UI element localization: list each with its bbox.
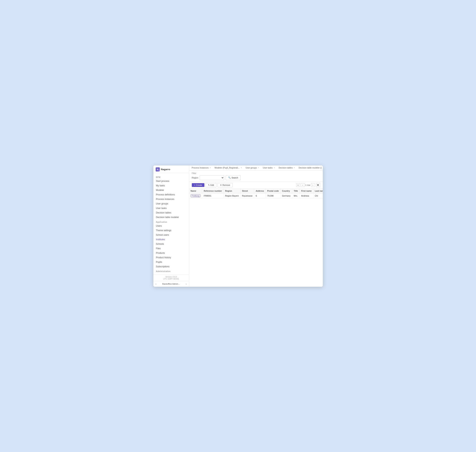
sidebar-item-user-groups[interactable]: User groups: [153, 201, 189, 206]
backoffice-label: Backoffice Admin...: [157, 283, 185, 285]
sidebar-logo: N Nagarro: [153, 166, 189, 173]
administration-section-label: Administration: [153, 269, 189, 273]
cell-street: Raustrasse: [240, 193, 254, 198]
sidebar-item-process-instances[interactable]: Process instances: [153, 197, 189, 201]
sidebar-item-decision-table-modeler[interactable]: Decision table modeler: [153, 215, 189, 219]
sidebar-item-users[interactable]: Users: [153, 224, 189, 228]
sidebar-item-my-tasks[interactable]: My tasks: [153, 183, 189, 188]
region-label: Region: [192, 177, 198, 179]
name-link[interactable]: Freiburg: [191, 194, 201, 197]
col-last-name: Last name: [313, 189, 323, 193]
cell-country: Germany: [280, 193, 292, 198]
sidebar-bottom-bar: ‹ Backoffice Admin... ›: [153, 281, 189, 287]
filter-row: Region 🔍 Search: [192, 175, 320, 180]
main-content: Process Instances × Modeler (Pupil_Regis…: [189, 166, 323, 287]
cell-name: Freiburg: [189, 193, 202, 198]
col-street: Street: [240, 189, 254, 193]
first-page-button[interactable]: «: [296, 183, 300, 187]
remove-label: Remove: [223, 184, 230, 186]
edit-button[interactable]: ✎ Edit: [205, 183, 217, 187]
sidebar-item-files[interactable]: Files: [153, 246, 189, 251]
pagination-info: « ‹ 1 row ›: [296, 183, 315, 187]
tab-label: Modeler (Pupil_Registrati...: [215, 166, 240, 169]
tab-decision-table-modeler[interactable]: Decision table modeler () ×: [297, 166, 323, 170]
sidebar-item-product-history[interactable]: Product history: [153, 255, 189, 260]
cell-region: Region Bayern: [224, 193, 241, 198]
page-info-text: 1 row: [305, 184, 310, 186]
sidebar-item-theme-settings[interactable]: Theme settings: [153, 228, 189, 233]
cell-address: 6: [254, 193, 265, 198]
search-button-label: Search: [231, 177, 238, 179]
cell-first-name: Andreea: [299, 193, 313, 198]
table-container: Name Reference number Region Street Addr…: [189, 189, 323, 287]
remove-icon: ✕: [220, 184, 222, 186]
create-label: Create: [196, 184, 202, 186]
region-select[interactable]: [200, 175, 224, 180]
col-title: Title: [292, 189, 299, 193]
sidebar-item-school-users[interactable]: School users: [153, 233, 189, 237]
tab-close-user-groups[interactable]: ×: [258, 166, 259, 169]
tab-label: User tasks: [263, 166, 273, 169]
filter-area: Filter Region 🔍 Search: [189, 171, 323, 182]
sidebar: N Nagarro BPM Start process My tasks Mod…: [153, 166, 189, 287]
tab-close-process-instances[interactable]: ×: [210, 166, 211, 169]
app-window: N Nagarro BPM Start process My tasks Mod…: [153, 166, 323, 287]
cell-postal-code: 79,098: [265, 193, 280, 198]
tab-label: Process Instances: [192, 166, 209, 169]
col-first-name: First name: [299, 189, 313, 193]
edit-label: Edit: [211, 184, 214, 186]
application-section-label: Application: [153, 219, 189, 224]
col-name: Name: [189, 189, 202, 193]
column-settings-button[interactable]: ⚙: [316, 183, 320, 187]
tab-close-user-tasks[interactable]: ×: [274, 166, 275, 169]
prev-page-button[interactable]: ‹: [301, 183, 304, 187]
create-button[interactable]: + Create: [192, 183, 205, 187]
col-postal-code: Postal code: [265, 189, 280, 193]
filter-label: Filter: [192, 172, 320, 174]
sidebar-item-decision-tables[interactable]: Decision tables: [153, 211, 189, 215]
sidebar-collapse-arrow[interactable]: ‹: [155, 282, 157, 286]
remove-button[interactable]: ✕ Remove: [218, 183, 233, 187]
tab-close-modeler[interactable]: ×: [241, 166, 242, 169]
tab-user-tasks[interactable]: User tasks ×: [261, 166, 277, 170]
toolbar: + Create ✎ Edit ✕ Remove « ‹ 1 row › ⚙: [189, 182, 323, 189]
version-text: Version: 0.8.0: [155, 276, 187, 278]
col-region: Region: [224, 189, 241, 193]
sidebar-item-user-tasks[interactable]: User tasks: [153, 206, 189, 211]
sidebar-item-process-definitions[interactable]: Process definitions: [153, 193, 189, 197]
tab-modeler[interactable]: Modeler (Pupil_Registrati... ×: [213, 166, 244, 170]
cell-title: Mrs.: [292, 193, 299, 198]
edit-icon: ✎: [208, 184, 210, 186]
next-page-button[interactable]: ›: [311, 183, 315, 187]
sidebar-item-modeler[interactable]: Modeler: [153, 188, 189, 193]
sidebar-expand-arrow[interactable]: ›: [185, 282, 187, 286]
col-reference-number: Reference number: [202, 189, 224, 193]
search-icon: 🔍: [228, 176, 231, 179]
tab-process-instances[interactable]: Process Instances ×: [190, 166, 213, 170]
cell-last-name: Chi: [313, 193, 323, 198]
settings-icon: ⚙: [317, 184, 319, 186]
sidebar-item-products[interactable]: Products: [153, 251, 189, 255]
sidebar-item-pupils[interactable]: Pupils: [153, 260, 189, 264]
table-row: Freiburg FRB001 Region Bayern Raustrasse…: [189, 193, 323, 198]
create-icon: +: [194, 184, 195, 186]
col-country: Country: [280, 189, 292, 193]
sidebar-footer: Version: 0.8.0 UTC (GMT+00:00): [153, 274, 189, 281]
tab-user-groups[interactable]: User groups ×: [244, 166, 261, 170]
tabs-bar: Process Instances × Modeler (Pupil_Regis…: [189, 166, 323, 171]
cell-reference-number: FRB001: [202, 193, 224, 198]
sidebar-item-subscriptions[interactable]: Subscriptions: [153, 264, 189, 269]
utc-text: UTC (GMT+00:00): [155, 278, 187, 280]
col-address: Address: [254, 189, 265, 193]
tab-label: Decision table modeler (): [299, 166, 322, 169]
sidebar-item-schools[interactable]: Schools: [153, 242, 189, 246]
tab-close-decision-tables[interactable]: ×: [294, 166, 295, 169]
tab-decision-tables[interactable]: Decision tables ×: [277, 166, 297, 170]
tab-label: User groups: [246, 166, 257, 169]
sidebar-nav: BPM Start process My tasks Modeler Proce…: [153, 173, 189, 274]
search-button[interactable]: 🔍 Search: [226, 175, 241, 180]
sidebar-item-start-process[interactable]: Start process: [153, 179, 189, 183]
bpm-section-label: BPM: [153, 175, 189, 179]
sidebar-item-institutes[interactable]: Institutes: [153, 237, 189, 242]
logo-icon: N: [156, 167, 160, 172]
